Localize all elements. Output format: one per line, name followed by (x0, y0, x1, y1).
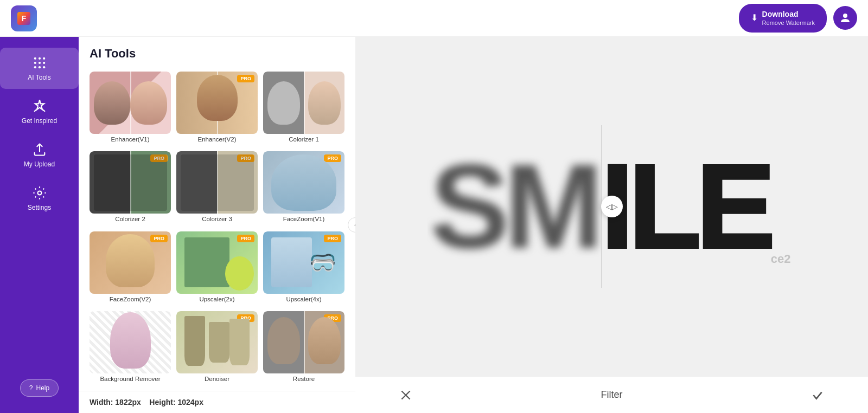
height-value: 1024px (177, 398, 203, 406)
tool-card-facezoom-v1-label: FaceZoom(V1) (263, 216, 344, 224)
header: F ⬇ Download Remove Watermark (0, 0, 868, 37)
tool-card-enhancer-v1-label: Enhancer(V1) (90, 136, 171, 145)
svg-point-4 (43, 57, 45, 60)
svg-point-8 (34, 66, 36, 68)
sidebar-item-settings-label: Settings (28, 204, 51, 211)
width-label: Width: (90, 398, 113, 406)
filter-label: Filter (601, 389, 623, 401)
svg-point-1 (843, 14, 847, 18)
help-label: Help (36, 384, 50, 392)
svg-point-5 (34, 62, 36, 64)
download-icon: ⬇ (751, 12, 758, 24)
tools-footer: Width: 1822px Height: 1024px (79, 391, 355, 413)
svg-point-2 (34, 57, 36, 60)
tool-card-bg-remover[interactable]: Background Remover (90, 311, 171, 385)
tool-card-denoiser-label: Denoiser (176, 376, 258, 384)
image-after: ILE ce2 (601, 136, 796, 277)
user-avatar[interactable] (833, 6, 857, 30)
width-value: 1822px (115, 398, 141, 406)
sidebar-item-ai-tools-label: AI Tools (28, 74, 50, 81)
tool-card-denoiser[interactable]: PRO Denoiser (176, 311, 258, 385)
tool-card-enhancer-v2-label: Enhancer(V2) (176, 136, 258, 145)
tool-card-colorizer-1-label: Colorizer 1 (263, 136, 344, 145)
help-button[interactable]: ? Help (20, 379, 59, 397)
image-comparison-container: SM ◁▷ ILE ce2 (427, 125, 796, 288)
cancel-button[interactable] (399, 388, 413, 402)
svg-point-11 (37, 191, 41, 195)
tools-panel: AI Tools Enhancer(V1) PRO (79, 37, 355, 413)
comparison-handle[interactable]: ◁▷ (601, 196, 623, 217)
tool-card-bg-remover-label: Background Remover (90, 376, 171, 384)
tools-panel-header: AI Tools (79, 37, 355, 66)
tool-card-upscaler-2x[interactable]: PRO Upscaler(2x) (176, 231, 258, 306)
tool-card-facezoom-v2-label: FaceZoom(V2) (90, 296, 171, 305)
tool-card-restore[interactable]: PRO Restore (263, 311, 344, 385)
sidebar-item-get-inspired-label: Get Inspired (22, 117, 57, 125)
tool-card-upscaler-4x[interactable]: PRO 🥽 Upscaler(4x) (263, 231, 344, 306)
sidebar-item-get-inspired[interactable]: Get Inspired (0, 91, 79, 132)
tool-card-upscaler-2x-label: Upscaler(2x) (176, 296, 258, 305)
svg-point-6 (38, 62, 40, 64)
download-btn-text: Download Remove Watermark (762, 9, 815, 27)
tools-panel-title: AI Tools (90, 47, 344, 61)
svg-point-7 (43, 62, 45, 64)
watermark-text: ce2 (771, 252, 791, 266)
tool-card-facezoom-v2[interactable]: PRO FaceZoom(V2) (90, 231, 171, 306)
sidebar-item-my-upload-label: My Upload (24, 160, 55, 168)
image-before: SM (427, 136, 601, 277)
help-icon: ? (29, 384, 33, 392)
tool-card-colorizer-3-label: Colorizer 3 (176, 216, 258, 224)
tool-card-colorizer-2[interactable]: PRO Colorizer 2 (90, 151, 171, 225)
svg-point-10 (43, 66, 45, 68)
tool-card-restore-label: Restore (263, 376, 344, 384)
app-logo: F (11, 5, 37, 31)
tools-grid: Enhancer(V1) PRO Enhancer(V2) (79, 66, 355, 391)
header-right: ⬇ Download Remove Watermark (739, 4, 857, 32)
svg-point-9 (38, 66, 40, 68)
tool-card-enhancer-v2[interactable]: PRO Enhancer(V2) (176, 72, 258, 146)
tool-card-enhancer-v1[interactable]: Enhancer(V1) (90, 72, 171, 146)
tool-card-colorizer-1[interactable]: Colorizer 1 (263, 72, 344, 146)
tool-card-colorizer-3[interactable]: PRO Colorizer 3 (176, 151, 258, 225)
preview-area: SM ◁▷ ILE ce2 (355, 37, 868, 413)
tool-card-facezoom-v1[interactable]: PRO FaceZoom(V1) (263, 151, 344, 225)
sidebar-item-ai-tools[interactable]: AI Tools (0, 48, 79, 89)
smile-after-text: ILE (601, 147, 770, 266)
download-button[interactable]: ⬇ Download Remove Watermark (739, 4, 827, 32)
sidebar-item-settings[interactable]: Settings (0, 178, 79, 219)
height-label: Height: (149, 398, 175, 406)
tool-card-upscaler-4x-label: Upscaler(4x) (263, 296, 344, 305)
tool-card-enhancer-v1-preview (90, 72, 171, 134)
tool-card-colorizer-2-label: Colorizer 2 (90, 216, 171, 224)
smile-before-text: SM (430, 147, 598, 266)
preview-canvas: SM ◁▷ ILE ce2 (355, 37, 868, 376)
sidebar: AI Tools Get Inspired My Upload Settings (0, 37, 79, 413)
comparison-handle-icon: ◁▷ (606, 202, 618, 211)
sidebar-item-my-upload[interactable]: My Upload (0, 134, 79, 176)
svg-point-3 (38, 57, 40, 60)
svg-text:F: F (22, 14, 27, 23)
confirm-button[interactable] (810, 388, 825, 402)
preview-bottom-bar: Filter (355, 376, 868, 413)
main-layout: AI Tools Get Inspired My Upload Settings (0, 37, 868, 413)
